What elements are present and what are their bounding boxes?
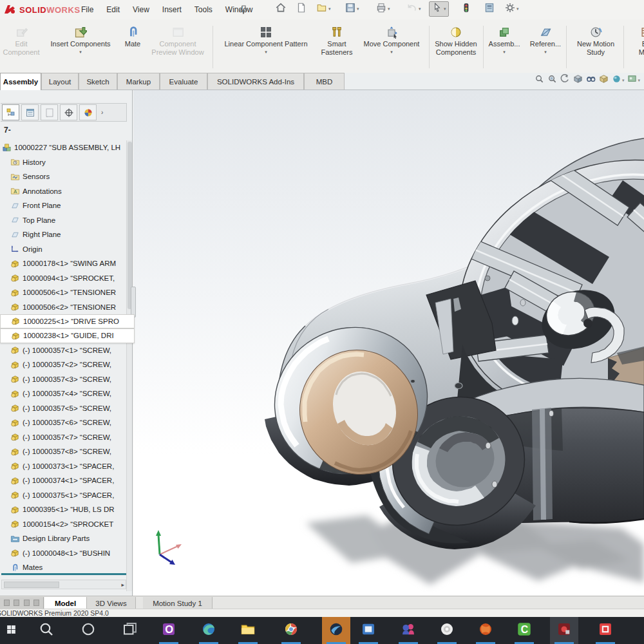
tree-item[interactable]: (-) 10000357<8> “SCREW,	[0, 444, 111, 459]
bottom-tab-motion-study-1[interactable]: Motion Study 1	[143, 597, 213, 609]
bottom-tab-model[interactable]: Model	[44, 597, 87, 609]
propertymanager-tab[interactable]	[21, 104, 39, 120]
camtasia-taskbar-button[interactable]: C	[510, 617, 538, 644]
dimxpertmanager-tab[interactable]	[60, 104, 77, 120]
tree-item[interactable]: (-) 10000357<2> “SCREW,	[0, 357, 111, 372]
options-gear-button[interactable]: ▾	[502, 1, 521, 17]
rollback-bar[interactable]	[1, 573, 126, 575]
tree-item[interactable]: (-) 10000048<1> “BUSHIN	[0, 545, 110, 560]
hide-show-items-button[interactable]	[586, 74, 596, 86]
file-properties-button[interactable]	[482, 1, 497, 17]
tree-item[interactable]: 10000395<1> “HUB, LS DR	[0, 502, 115, 516]
tree-item[interactable]: 10000238<1> “GUIDE, DRI	[0, 328, 135, 343]
tree-item[interactable]: (-) 10000357<1> “SCREW,	[0, 343, 111, 357]
tree-item[interactable]: (-) 10000374<1> “SPACER,	[0, 473, 114, 488]
tree-item[interactable]: (-) 10000357<4> “SCREW,	[0, 386, 111, 401]
tree-item[interactable]: 10000154<2> “SPROCKET	[0, 516, 113, 531]
chrome-taskbar-button[interactable]	[277, 617, 305, 644]
dropdown-caret-icon[interactable]: ▾	[214, 50, 317, 55]
tree-item[interactable]: Design Library Parts	[0, 531, 90, 545]
dropdown-caret-icon[interactable]: ▾	[444, 6, 446, 12]
file-explorer-taskbar-button[interactable]	[234, 617, 262, 644]
office-taskbar-button[interactable]: O	[155, 617, 183, 644]
dropdown-caret-icon[interactable]: ▾	[41, 50, 120, 55]
dropdown-caret-icon[interactable]: ▾	[328, 6, 331, 12]
tab-solidworks-add-ins[interactable]: SOLIDWORKS Add-Ins	[207, 73, 304, 90]
new-motion-study-button[interactable]: New MotionStudy	[568, 23, 623, 57]
move-component-button[interactable]: Move Component▾	[356, 23, 427, 55]
display-style-button[interactable]	[599, 74, 609, 86]
assembly-features-button[interactable]: Assemb...▾	[484, 23, 524, 55]
tree-item[interactable]: (-) 10000375<1> “SPACER,	[0, 488, 114, 502]
dropdown-caret-icon[interactable]: ▾	[484, 50, 524, 55]
blue-window-app-taskbar-button[interactable]	[354, 617, 383, 644]
show-hidden-components-button[interactable]: Show HiddenComponents	[430, 23, 482, 57]
dropdown-caret-icon[interactable]: ▾	[357, 6, 359, 12]
dropdown-caret-icon[interactable]: ▾	[622, 78, 625, 83]
tree-item[interactable]: Front Plane	[0, 198, 61, 213]
orange-sphere-app-taskbar-button[interactable]	[471, 617, 500, 644]
tab-scroll-glyph[interactable]	[14, 600, 19, 606]
tab-scroll-controls[interactable]	[0, 597, 44, 609]
tab-mbd[interactable]: MBD	[304, 73, 345, 90]
tree-item[interactable]: (-) 10000357<7> “SCREW,	[0, 430, 111, 444]
view-settings-button[interactable]: ▾	[627, 74, 640, 86]
tab-scroll-glyph[interactable]	[4, 600, 10, 606]
new-document-button[interactable]	[294, 1, 309, 17]
tree-item[interactable]: 10000506<1> “TENSIONER	[0, 285, 116, 299]
tree-item[interactable]: History	[0, 155, 46, 169]
white-sphere-app-taskbar-button[interactable]	[433, 617, 461, 644]
dropdown-caret-icon[interactable]: ▾	[516, 6, 519, 12]
taskbar-search-taskbar-button[interactable]	[32, 617, 61, 644]
configurationmanager-tab[interactable]: ִ	[41, 104, 58, 120]
tree-item[interactable]: Top Plane	[0, 213, 55, 227]
featuremanager-tab[interactable]	[2, 104, 19, 120]
zoom-fit-button[interactable]	[535, 74, 544, 86]
tree-horizontal-scrollbar[interactable]: ▸	[1, 580, 126, 589]
cortana-taskbar-button[interactable]	[74, 617, 102, 644]
open-button[interactable]: ▾	[314, 1, 333, 17]
bottom-tab-3d-views[interactable]: 3D Views	[87, 597, 136, 609]
tree-item[interactable]: Sensors	[0, 169, 50, 184]
tab-sketch[interactable]: Sketch	[79, 73, 117, 90]
dropdown-caret-icon[interactable]: ▾	[419, 6, 421, 12]
tree-item[interactable]: 10000506<2> “TENSIONER	[0, 299, 116, 314]
tree-item[interactable]: 10000178<1> “SWING ARM	[0, 256, 116, 270]
previous-view-button[interactable]	[560, 74, 570, 86]
task-view-taskbar-button[interactable]	[116, 617, 144, 644]
dropdown-caret-icon[interactable]: ▾	[526, 50, 565, 55]
panel-tabs-expand-chevron[interactable]: ›	[101, 109, 103, 116]
tree-item[interactable]: Right Plane	[0, 227, 61, 242]
tree-item[interactable]: Origin	[0, 242, 43, 256]
edit-appearance-button[interactable]: ▾	[612, 74, 625, 86]
linear-component-pattern-button[interactable]: Linear Component Pattern▾	[214, 23, 317, 55]
rebuild-button[interactable]	[459, 1, 474, 17]
tree-item[interactable]: 10000227 “SUB ASSEMBLY, LH	[0, 140, 120, 155]
tree-item[interactable]: AAnnotations	[0, 184, 62, 198]
dropdown-caret-icon[interactable]: ▾	[388, 6, 390, 12]
tab-markup[interactable]: Markup	[117, 73, 160, 90]
tree-item[interactable]: (-) 10000357<3> “SCREW,	[0, 372, 111, 386]
record-app-taskbar-button[interactable]	[550, 617, 578, 644]
red-square-app-taskbar-button[interactable]	[591, 617, 620, 644]
panel-splitter-handle[interactable]	[131, 287, 136, 317]
save-button[interactable]: ▾	[343, 1, 361, 17]
reference-geometry-button[interactable]: Referen...▾	[526, 23, 565, 55]
start-taskbar-button[interactable]	[0, 617, 25, 644]
tree-item[interactable]: (-) 10000357<6> “SCREW,	[0, 415, 111, 430]
tab-scroll-glyph[interactable]	[24, 600, 30, 606]
undo-button[interactable]: ▾	[404, 1, 423, 17]
mate-button[interactable]: Mate	[120, 23, 146, 48]
tab-scroll-glyph[interactable]	[33, 600, 39, 606]
print-button[interactable]: ▾	[374, 1, 392, 17]
select-button[interactable]: ▾	[429, 1, 449, 17]
tree-vertical-scrollbar-thumb[interactable]	[128, 142, 132, 309]
zoom-area-button[interactable]	[547, 74, 557, 86]
tree-item[interactable]: Mates	[0, 560, 43, 574]
tree-horizontal-scrollbar-thumb[interactable]	[4, 582, 59, 588]
displaymanager-tab[interactable]	[79, 104, 97, 120]
3d-model-canvas[interactable]	[133, 90, 644, 596]
home-button[interactable]	[273, 1, 289, 17]
tab-evaluate[interactable]: Evaluate	[160, 73, 207, 90]
tree-item[interactable]: 10000094<1> “SPROCKET,	[0, 270, 115, 285]
